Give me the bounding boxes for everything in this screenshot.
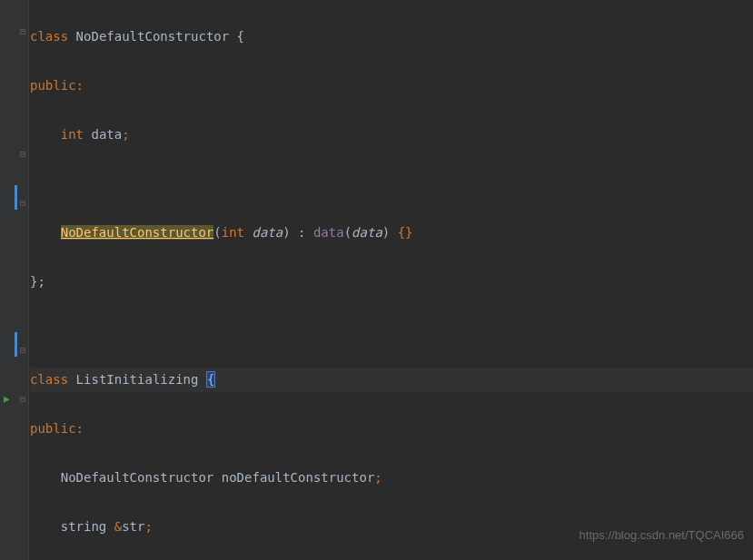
fold-icon[interactable]: ⊟	[20, 19, 29, 28]
code-line	[30, 319, 753, 343]
code-line: NoDefaultConstructor(int data) : data(da…	[30, 221, 753, 245]
constructor-name: NoDefaultConstructor	[61, 225, 214, 240]
code-line: public:	[30, 417, 753, 441]
run-icon[interactable]: ▶	[4, 387, 10, 411]
fold-icon[interactable]: ⊟	[20, 142, 29, 151]
code-line: };	[30, 270, 753, 294]
matched-brace: {	[206, 371, 215, 388]
fold-icon[interactable]: ⊟	[20, 191, 29, 200]
change-marker	[15, 332, 17, 357]
code-line: public:	[30, 74, 753, 98]
code-editor[interactable]: class NoDefaultConstructor { public: int…	[30, 0, 753, 560]
fold-icon[interactable]: ⊟	[20, 338, 29, 347]
change-marker	[15, 185, 17, 210]
code-line: NoDefaultConstructor noDefaultConstructo…	[30, 466, 753, 490]
watermark: https://blog.csdn.net/TQCAI666	[580, 523, 744, 547]
fold-icon[interactable]: ⊟	[20, 387, 29, 396]
code-line	[30, 172, 753, 196]
code-line-highlighted: class ListInitializing {	[30, 368, 753, 392]
gutter: ⊟ ⊟ ⊟ ⊟ ▶ ⊟	[0, 0, 29, 560]
code-line: class NoDefaultConstructor {	[30, 25, 753, 49]
code-line: int data;	[30, 123, 753, 147]
